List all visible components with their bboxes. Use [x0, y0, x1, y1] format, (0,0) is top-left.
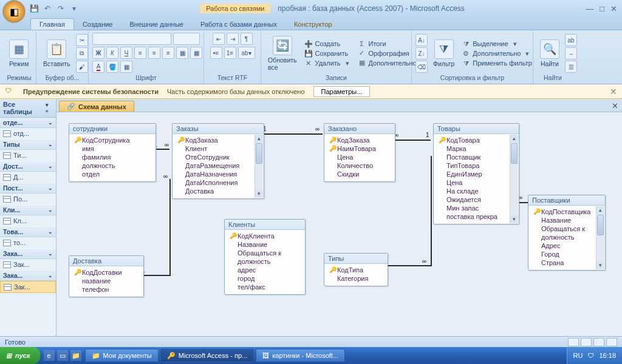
nav-group[interactable]: Зака...⌄ [0, 271, 56, 281]
view-btn-4[interactable] [606, 338, 617, 346]
explorer-icon[interactable]: 📁 [70, 350, 81, 361]
font-color-icon[interactable]: A [92, 61, 104, 73]
nav-item[interactable]: По... [0, 194, 56, 205]
view-btn-2[interactable] [581, 338, 592, 346]
system-tray[interactable]: RU 🛡 16:18 [567, 347, 622, 364]
filter-button[interactable]: ⧩Фильтр [430, 38, 457, 69]
field-row[interactable]: 🔑КодСотрудника [72, 136, 154, 144]
tab-design[interactable]: Конструктор [285, 19, 341, 30]
field-row[interactable]: 🔑КодДоставки [72, 268, 142, 277]
table-tipy[interactable]: Типы 🔑КодТипаКатегория [324, 253, 388, 286]
toggle-filter-button[interactable]: ⧩Применить фильтр [460, 59, 534, 68]
nav-group[interactable]: Типы⌄ [0, 140, 56, 150]
table-sotrudniki[interactable]: сотрудники 🔑КодСотрудникаимяфамилиядолжн… [69, 123, 156, 182]
advanced-filter-button[interactable]: ⚙Дополнительно▾ [460, 49, 534, 58]
align-right-icon[interactable]: ≡ [162, 47, 174, 59]
close-icon[interactable]: ✕ [610, 4, 617, 13]
field-row[interactable]: Город [531, 250, 604, 258]
delete-record-button[interactable]: ✕Удалить▾ [302, 59, 354, 68]
tab-close-icon[interactable]: ✕ [608, 100, 622, 112]
nav-item[interactable]: Зак... [0, 259, 56, 271]
field-row[interactable]: 🔑КодЗаказа [175, 136, 262, 144]
selection-filter-button[interactable]: ⧩Выделение▾ [460, 39, 534, 49]
goto-icon[interactable]: → [565, 47, 577, 59]
field-row[interactable]: телефон [72, 285, 142, 294]
field-row[interactable]: должность [531, 233, 604, 241]
field-row[interactable]: На складе [436, 187, 518, 195]
redo-icon[interactable]: ↷ [56, 4, 66, 13]
clock[interactable]: 16:18 [599, 352, 616, 359]
view-btn-3[interactable] [593, 338, 604, 346]
table-zakazano[interactable]: Заказано 🔑КодЗаказа🔑НаимТовараЦенаКоличе… [324, 123, 395, 182]
copy-icon[interactable]: ⧉ [76, 47, 88, 59]
field-row[interactable]: 🔑КодПоставщика [531, 207, 604, 216]
field-row[interactable]: Обращаться к [531, 224, 604, 233]
table-zakazy[interactable]: Заказы 🔑КодЗаказаКлиентОтвСотрудникДатаР… [172, 123, 264, 199]
field-row[interactable]: Название [531, 216, 604, 224]
bold-icon[interactable]: Ж [92, 47, 104, 59]
nav-item[interactable]: Д... [0, 172, 56, 183]
field-row[interactable]: 🔑КодКлиента [227, 232, 304, 240]
field-row[interactable]: Марка [436, 144, 518, 153]
chevron-down-icon[interactable]: ▾ « [46, 102, 53, 114]
sort-asc-icon[interactable]: A↓ [415, 34, 428, 46]
field-row[interactable]: Ожидается [436, 195, 518, 204]
field-row[interactable]: название [72, 277, 142, 285]
field-row[interactable]: должность [227, 257, 304, 266]
table-postavshchiki[interactable]: Поставщики 🔑КодПоставщикаНазваниеОбращат… [528, 195, 606, 271]
taskbar-item[interactable]: 📁Мои документы [85, 349, 159, 362]
field-row[interactable]: 🔑КодТовара [436, 136, 518, 144]
paste-button[interactable]: 📋Вставить [40, 38, 73, 69]
nav-item[interactable]: Кл... [0, 215, 56, 227]
field-row[interactable]: Скидки [327, 170, 394, 178]
cut-icon[interactable]: ✂ [76, 34, 88, 46]
tray-icon[interactable]: 🛡 [587, 352, 594, 359]
field-row[interactable]: ДатаИсполнения [175, 178, 262, 187]
tab-create[interactable]: Создание [74, 19, 121, 30]
table-dostavka[interactable]: Доставка 🔑КодДоставкиназваниетелефон [69, 255, 144, 297]
field-row[interactable]: 🔑КодЗаказа [327, 136, 394, 144]
qat-dropdown-icon[interactable]: ▾ [69, 4, 79, 13]
replace-icon[interactable]: ab [565, 34, 577, 46]
field-row[interactable]: 🔑КодТипа [327, 266, 386, 274]
align-center-icon[interactable]: ≡ [148, 47, 160, 59]
office-button[interactable]: ◧ [2, 0, 26, 23]
field-row[interactable]: ЕдинИзмер [436, 170, 518, 178]
relationships-canvas[interactable]: 1∞ 1∞ ∞1 ∞1 1∞ ∞1 1∞ сотрудники 🔑КодСотр… [56, 112, 622, 336]
indent-inc-icon[interactable]: ⇥ [227, 33, 239, 45]
field-row[interactable]: поставка прекра [436, 212, 518, 221]
taskbar-item[interactable]: 🔑Microsoft Access - пр... [160, 349, 255, 362]
field-row[interactable]: ОтвСотрудник [175, 153, 262, 161]
bullets-icon[interactable]: •≡ [210, 47, 222, 59]
field-row[interactable]: Доставка [175, 187, 262, 195]
table-tovary[interactable]: Товары 🔑КодТовараМаркаПоставщикТипТовара… [433, 123, 519, 224]
field-row[interactable]: Обращаться к [227, 249, 304, 257]
refresh-button[interactable]: 🔄Обновить все [265, 34, 300, 73]
field-row[interactable]: должность [72, 161, 154, 170]
minimize-icon[interactable]: — [586, 4, 593, 13]
format-painter-icon[interactable]: 🖌 [76, 61, 88, 73]
italic-icon[interactable]: К [106, 47, 118, 59]
field-row[interactable]: Поставщик [436, 153, 518, 161]
field-row[interactable]: Адрес [531, 241, 604, 250]
security-options-button[interactable]: Параметры... [313, 86, 371, 97]
field-row[interactable]: ТипТовара [436, 161, 518, 170]
lang-indicator[interactable]: RU [573, 352, 583, 359]
nav-group[interactable]: Това...⌄ [0, 227, 56, 237]
new-record-button[interactable]: ➕Создать [302, 39, 354, 49]
nav-item[interactable]: Ти... [0, 150, 56, 161]
nav-group[interactable]: Кли...⌄ [0, 205, 56, 215]
nav-item[interactable]: Зак... [0, 281, 56, 293]
field-row[interactable]: Название [227, 240, 304, 249]
grid-icon[interactable]: ▦ [120, 61, 132, 73]
underline-icon[interactable]: Ч [120, 47, 132, 59]
gridlines-icon[interactable]: ▦ [176, 47, 188, 59]
security-close-icon[interactable]: ✕ [610, 87, 617, 96]
indent-dec-icon[interactable]: ⇤ [213, 33, 225, 45]
field-row[interactable]: ДатаНазначения [175, 170, 262, 178]
altcolor-icon[interactable]: ▦ [190, 47, 202, 59]
field-row[interactable]: ДатаРазмещения [175, 161, 262, 170]
tab-schema[interactable]: 🔗Схема данных [59, 101, 134, 112]
view-button[interactable]: ▦Режим [6, 38, 32, 69]
ie-icon[interactable]: e [44, 350, 55, 361]
